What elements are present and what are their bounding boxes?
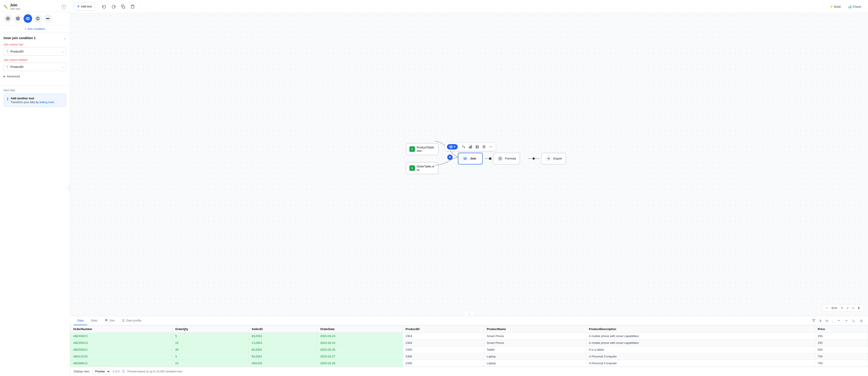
tab-join[interactable]: Join (101, 316, 118, 325)
formula-node[interactable]: Formula (493, 153, 520, 164)
table-cell: AB2330CC (70, 346, 173, 353)
join-chart-button[interactable] (467, 144, 473, 150)
sidebar-title: Join (10, 3, 20, 7)
percent-button[interactable]: % (824, 318, 830, 323)
table-cell: H81433 (249, 360, 317, 367)
table-cell: 750 (815, 360, 868, 367)
table-cell: 3 (173, 353, 249, 360)
sidebar-collapse-btn[interactable]: ◀ (67, 185, 70, 191)
svg-rect-18 (469, 147, 470, 148)
table-cell: B12053 (249, 353, 317, 360)
zoom-out-button[interactable]: − (825, 306, 829, 310)
table-cell: AB4131XD (70, 353, 173, 360)
col-price[interactable]: Price (815, 325, 868, 333)
svg-rect-21 (476, 146, 478, 148)
table-cell: 250 (815, 340, 868, 346)
table-cell: 2023-02-27 (317, 353, 403, 360)
dollar-button[interactable]: $ (818, 318, 823, 323)
col-product-desc[interactable]: ProductDescription (586, 325, 815, 333)
join-col-top-chevron: ⌄ (62, 50, 64, 53)
col-order-number[interactable]: OrderNumber (70, 325, 173, 333)
join-condition-link[interactable]: + Join condition (0, 25, 70, 33)
format-numbers-button[interactable]: 1↓ (851, 318, 857, 323)
svg-point-26 (491, 146, 491, 147)
toolbar-right: ⚡ Build 📊 Charts (826, 3, 864, 10)
table-cell: 5 (173, 333, 249, 340)
add-tool-button[interactable]: + Add tool (74, 2, 95, 11)
tab-icon-5[interactable] (43, 14, 52, 23)
export-node-icon (545, 155, 552, 162)
add-tool-label: Add tool (81, 5, 92, 8)
fullscreen-button[interactable]: ⤡ (851, 306, 855, 310)
join-col-bottom-select[interactable]: ⠿ ProductID ⌄ (4, 63, 66, 71)
table-cell: Tablet (484, 346, 586, 353)
paste-button[interactable] (129, 4, 136, 9)
decrease-decimal-button[interactable] (836, 318, 842, 324)
condition-chevron[interactable]: ⌄ (64, 36, 66, 40)
svg-text:+: + (449, 155, 451, 159)
join-col-top-select[interactable]: ⠿ ProductID ⌄ (4, 47, 66, 56)
copy-button[interactable] (120, 4, 126, 9)
tab-icon-2[interactable] (13, 14, 22, 23)
col-order-date[interactable]: OrderDate (317, 325, 403, 333)
table-footer: Display rows: Preview All rows 5 of 5 ⓘ … (70, 367, 868, 376)
advanced-chevron-icon: ▶ (4, 75, 5, 78)
redo-button[interactable] (110, 4, 117, 9)
undo-button[interactable] (101, 4, 107, 9)
formula-node-label: Formula (505, 157, 516, 160)
export-node[interactable]: Export (541, 153, 566, 164)
preview-info-text: Preview based on up to 10,000 sampled ro… (127, 370, 182, 373)
advanced-row[interactable]: ▶ Advanced (4, 74, 66, 79)
tab-stats[interactable]: Stats (87, 316, 101, 325)
tab-data-profile-icon: ☰ (122, 319, 125, 322)
table-cell: 750 (815, 353, 868, 360)
col-product-name[interactable]: ProductName (484, 325, 586, 333)
table-cell: 2023-02-26 (317, 360, 403, 367)
col-order-qty[interactable]: OrderQty (173, 325, 249, 333)
svg-point-32 (106, 319, 108, 321)
help-icon[interactable]: ? (61, 4, 66, 9)
join-node[interactable]: Join (458, 153, 483, 164)
formula-node-icon (497, 155, 503, 162)
charts-tab-button[interactable]: 📊 Charts (845, 3, 864, 10)
filter-button[interactable] (811, 318, 817, 324)
zoom-in-button[interactable]: + (840, 306, 844, 310)
formula-node-wrapper: Formula (493, 153, 520, 164)
next-step-section: Next step ℹ Add another tool Transform y… (0, 89, 70, 111)
order-table-node[interactable]: X OrderTable.xlsx (406, 162, 438, 174)
tab-join-icon (105, 318, 108, 322)
canvas-area[interactable]: X ProductTable.xlsx X OrderTable.xlsx + (70, 13, 868, 316)
toolbar-divider-1 (98, 4, 98, 9)
join-type-chevron: ▾ (454, 145, 456, 148)
increase-decimal-button[interactable] (843, 318, 849, 324)
table-cell: Smart Phone (484, 333, 586, 340)
comma-button[interactable]: , (831, 318, 835, 323)
download-table-button[interactable] (858, 318, 864, 324)
col-seller-id[interactable]: SellerID (249, 325, 317, 333)
table-cell: 2304 (403, 340, 484, 346)
table-cell: AB2355CD (70, 340, 173, 346)
table-cell: 2023-02-25 (317, 346, 403, 353)
build-tab-button[interactable]: ⚡ Build (826, 3, 844, 10)
panel-collapse-chevron[interactable]: ⌄ (463, 311, 475, 316)
preview-select[interactable]: Preview All rows (92, 369, 111, 374)
bottom-toolbar: $ % , 1↓ (811, 318, 864, 324)
join-more-button[interactable] (488, 144, 494, 150)
tab-data[interactable]: Data (74, 316, 87, 325)
product-table-node[interactable]: X ProductTable.xlsx (406, 143, 438, 155)
top-toolbar: + Add tool ⚡ Build 📊 Charts (70, 0, 868, 13)
tab-icon-1[interactable] (4, 14, 12, 23)
download-canvas-button[interactable]: ⬇ (857, 306, 861, 310)
sidebar-subtitle: Join tool (10, 7, 20, 10)
join-arrows-button[interactable] (461, 144, 467, 150)
data-table: OrderNumber OrderQty SellerID OrderDate … (70, 325, 868, 367)
join-delete-button[interactable] (481, 144, 487, 150)
col-product-id[interactable]: ProductID (403, 325, 484, 333)
adding-tools-link[interactable]: adding tools (39, 101, 54, 104)
tab-data-profile[interactable]: ☰ Data profile (118, 316, 145, 325)
join-type-button[interactable]: ▾ (447, 144, 458, 150)
tab-icon-4[interactable] (33, 14, 42, 23)
join-table-button[interactable] (474, 144, 480, 150)
tab-icon-3[interactable] (24, 14, 32, 23)
fit-view-button[interactable]: ⤢ (845, 306, 850, 310)
